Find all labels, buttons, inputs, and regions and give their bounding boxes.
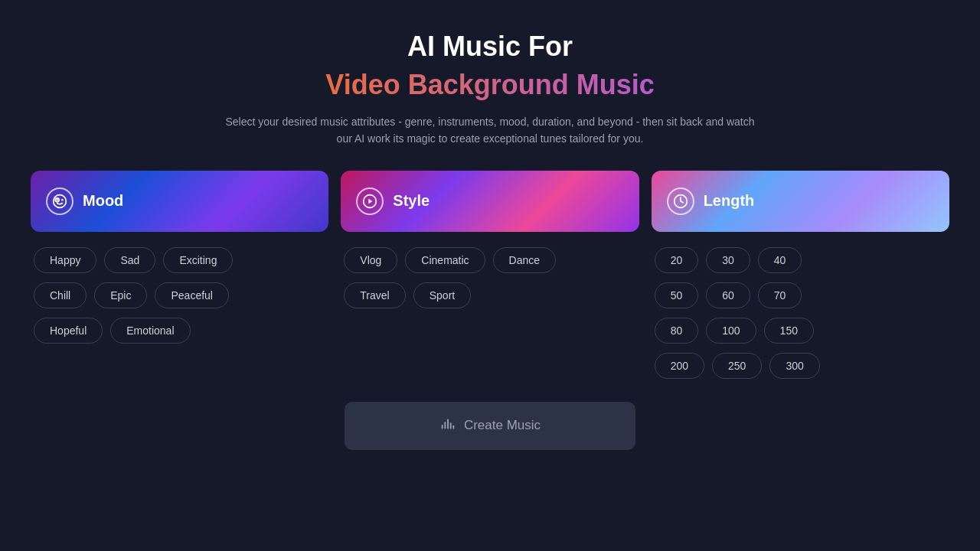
mood-label: Mood — [83, 192, 123, 210]
style-vlog[interactable]: Vlog — [344, 247, 397, 273]
style-cinematic[interactable]: Cinematic — [405, 247, 485, 273]
mood-chill[interactable]: Chill — [34, 282, 87, 308]
length-150[interactable]: 150 — [764, 318, 814, 344]
panels-row: Mood Happy Sad Exciting Chill Epic Peace… — [31, 171, 949, 379]
header-title: AI Music For — [222, 31, 758, 63]
mood-panel: Mood Happy Sad Exciting Chill Epic Peace… — [31, 171, 328, 379]
header: AI Music For Video Background Music Sele… — [222, 31, 758, 148]
style-row-2: Travel Sport — [344, 282, 635, 308]
length-20[interactable]: 20 — [655, 247, 699, 273]
svg-point-2 — [61, 199, 64, 201]
mood-icon — [46, 187, 74, 215]
length-row-3: 80 100 150 — [655, 318, 946, 344]
page-wrapper: AI Music For Video Background Music Sele… — [0, 0, 980, 551]
svg-point-1 — [56, 199, 58, 201]
length-panel: Length 20 30 40 50 60 70 80 100 150 — [652, 171, 949, 379]
length-row-1: 20 30 40 — [655, 247, 946, 273]
length-300[interactable]: 300 — [769, 353, 819, 379]
svg-marker-5 — [369, 198, 373, 204]
length-40[interactable]: 40 — [758, 247, 802, 273]
style-panel-header: Style — [341, 171, 639, 232]
mood-row-2: Chill Epic Peaceful — [34, 282, 325, 308]
style-icon — [356, 187, 384, 215]
length-200[interactable]: 200 — [655, 353, 704, 379]
length-50[interactable]: 50 — [655, 282, 699, 308]
length-80[interactable]: 80 — [655, 318, 699, 344]
length-30[interactable]: 30 — [706, 247, 750, 273]
length-250[interactable]: 250 — [712, 353, 762, 379]
mood-panel-header: Mood — [31, 171, 328, 232]
style-sport[interactable]: Sport — [413, 282, 471, 308]
style-tags-grid: Vlog Cinematic Dance Travel Sport — [341, 247, 639, 308]
length-row-4: 200 250 300 — [655, 353, 946, 379]
style-dance[interactable]: Dance — [493, 247, 556, 273]
mood-hopeful[interactable]: Hopeful — [34, 318, 103, 344]
mood-emotional[interactable]: Emotional — [110, 318, 190, 344]
create-music-button[interactable]: Create Music — [345, 402, 635, 450]
mood-row-1: Happy Sad Exciting — [34, 247, 325, 273]
length-100[interactable]: 100 — [706, 318, 756, 344]
mood-sad[interactable]: Sad — [104, 247, 155, 273]
length-60[interactable]: 60 — [706, 282, 750, 308]
create-music-icon — [439, 416, 456, 436]
create-music-label: Create Music — [464, 418, 541, 433]
length-label: Length — [704, 192, 755, 210]
length-icon — [667, 187, 694, 215]
length-tags-grid: 20 30 40 50 60 70 80 100 150 200 250 — [652, 247, 949, 379]
mood-happy[interactable]: Happy — [34, 247, 96, 273]
style-panel: Style Vlog Cinematic Dance Travel Sport — [341, 171, 639, 379]
mood-exciting[interactable]: Exciting — [163, 247, 233, 273]
header-description: Select your desired music attributes - g… — [222, 113, 758, 148]
length-panel-header: Length — [652, 171, 949, 232]
mood-tags-grid: Happy Sad Exciting Chill Epic Peaceful H… — [31, 247, 328, 344]
length-70[interactable]: 70 — [758, 282, 802, 308]
style-travel[interactable]: Travel — [344, 282, 405, 308]
style-label: Style — [393, 192, 430, 210]
header-subtitle: Video Background Music — [222, 69, 758, 101]
style-row-1: Vlog Cinematic Dance — [344, 247, 635, 273]
mood-epic[interactable]: Epic — [94, 282, 147, 308]
length-row-2: 50 60 70 — [655, 282, 946, 308]
mood-peaceful[interactable]: Peaceful — [155, 282, 228, 308]
create-section: Create Music — [31, 402, 949, 450]
mood-row-3: Hopeful Emotional — [34, 318, 325, 344]
